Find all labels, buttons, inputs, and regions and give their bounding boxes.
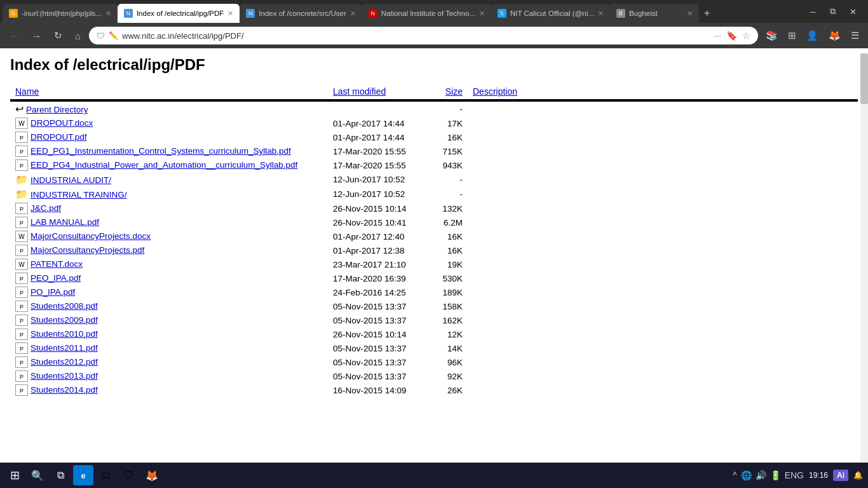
tab-5[interactable]: 𝕏 NIT Calicut Official (@ni... ✕ [491, 4, 610, 23]
file-link[interactable]: J&C.pdf [31, 203, 61, 213]
modified-sort-link[interactable]: Last modified [333, 86, 386, 97]
file-desc-cell [468, 144, 858, 158]
tab-2[interactable]: N Index of /electrical/ipg/PDF ✕ [118, 4, 240, 23]
table-row: WDROPOUT.docx 01-Apr-2017 14:44 17K [10, 116, 858, 130]
tab-6-close[interactable]: ✕ [687, 10, 693, 18]
pdf-icon: P [15, 342, 28, 354]
taskbar-search[interactable]: 🔍 [27, 465, 48, 485]
minimize-button[interactable]: ─ [804, 4, 822, 19]
menu-button[interactable]: ☰ [847, 27, 863, 44]
file-desc-cell [468, 130, 858, 144]
file-link[interactable]: Students2008.pdf [31, 301, 98, 311]
bookmark-icon[interactable]: 🔖 [726, 30, 737, 41]
back-button[interactable]: ← [5, 28, 24, 44]
firefox-icon[interactable]: 🦊 [825, 27, 844, 44]
taskbar-shield[interactable]: 🛡 [119, 465, 139, 485]
tab-6[interactable]: B Bugheist ✕ [610, 4, 699, 23]
tab-1[interactable]: G -inurl:(html|htm|php|pls... ✕ [3, 4, 118, 23]
file-link[interactable]: PEO_IPA.pdf [31, 273, 81, 283]
pdf-icon: P [15, 273, 28, 284]
reload-button[interactable]: ↻ [50, 27, 67, 44]
file-link[interactable]: MajorConsultancyProjects.docx [31, 231, 151, 241]
tab-3[interactable]: N Index of /concrete/src/User ✕ [240, 4, 362, 23]
address-bar[interactable]: 🛡 ✏️ www.nitc.ac.in/electrical/ipg/PDF/ … [89, 27, 758, 44]
tab-2-close[interactable]: ✕ [227, 10, 233, 18]
file-link[interactable]: Parent Directory [26, 105, 88, 114]
more-icon[interactable]: ··· [714, 30, 721, 41]
file-link[interactable]: EED_PG1_Instrumentation_Control_Systems_… [31, 146, 291, 156]
tab-6-favicon: B [616, 9, 625, 18]
tab-4-close[interactable]: ✕ [479, 10, 485, 18]
scrollbar-thumb[interactable] [860, 53, 868, 104]
tab-2-label: Index of /electrical/ipg/PDF [137, 10, 224, 17]
tab-4[interactable]: N National Institute of Techno... ✕ [362, 4, 491, 23]
size-sort-link[interactable]: Size [445, 86, 463, 97]
taskbar-task-view[interactable]: ⧉ [50, 465, 71, 485]
file-modified-cell: 12-Jun-2017 10:52 [328, 187, 430, 201]
window-controls: ─ ⧉ ✕ [804, 4, 865, 19]
file-link[interactable]: Students2014.pdf [31, 385, 98, 395]
taskbar-edge[interactable]: e [73, 465, 93, 485]
account-icon[interactable]: 👤 [803, 27, 822, 44]
doc-icon: W [15, 231, 28, 242]
file-link[interactable]: LAB MANUAL.pdf [31, 217, 99, 227]
tray-volume[interactable]: 🔊 [756, 470, 766, 480]
tab-3-close[interactable]: ✕ [350, 10, 356, 18]
tab-1-favicon: G [9, 9, 18, 18]
grid-icon[interactable]: ⊞ [784, 27, 800, 44]
col-desc-header: Description [468, 84, 858, 100]
table-row: 📁INDUSTRIAL TRAINING/ 12-Jun-2017 10:52 … [10, 187, 858, 201]
taskbar-firefox[interactable]: 🦊 [142, 465, 162, 485]
scrollbar[interactable] [860, 53, 868, 488]
restore-button[interactable]: ⧉ [824, 4, 842, 19]
start-button[interactable]: ⊞ [5, 466, 25, 485]
ai-label[interactable]: Ai [833, 470, 848, 481]
file-link[interactable]: DROPOUT.pdf [31, 132, 87, 142]
file-name-cell: PPEO_IPA.pdf [10, 271, 328, 285]
name-sort-link[interactable]: Name [15, 86, 39, 97]
desc-sort-link[interactable]: Description [473, 86, 517, 97]
taskbar-explorer[interactable]: 🗂 [96, 465, 116, 485]
pdf-icon: P [15, 159, 28, 171]
home-button[interactable]: ⌂ [71, 28, 85, 44]
file-link[interactable]: EED_PG4_Industrial_Power_and_Automation_… [31, 160, 297, 170]
file-link[interactable]: Students2012.pdf [31, 357, 98, 367]
new-tab-button[interactable]: + [699, 5, 715, 22]
file-link[interactable]: Students2009.pdf [31, 315, 98, 325]
forward-button[interactable]: → [27, 28, 46, 44]
file-link[interactable]: INDUSTRIAL AUDIT/ [31, 175, 111, 185]
taskbar-right: ^ 🌐 🔊 🔋 ENG 19:16 Ai 🔔 [733, 470, 863, 481]
address-text: www.nitc.ac.in/electrical/ipg/PDF/ [122, 31, 710, 41]
file-link[interactable]: MajorConsultancyProjects.pdf [31, 245, 144, 255]
tray-chevron[interactable]: ^ [733, 470, 737, 480]
clock-time: 19:16 [809, 471, 828, 480]
file-modified-cell: 01-Apr-2017 14:44 [328, 130, 430, 144]
file-link[interactable]: PO_IPA.pdf [31, 287, 75, 297]
file-desc-cell [468, 285, 858, 299]
table-row: PStudents2009.pdf 05-Nov-2015 13:37 162K [10, 313, 858, 327]
file-link[interactable]: Students2013.pdf [31, 371, 98, 381]
star-icon[interactable]: ☆ [742, 30, 750, 41]
file-link[interactable]: INDUSTRIAL TRAINING/ [31, 190, 127, 200]
doc-icon: W [15, 259, 28, 270]
tray-eng[interactable]: ENG [785, 470, 804, 480]
tray-battery[interactable]: 🔋 [770, 470, 781, 480]
file-link[interactable]: Students2011.pdf [31, 343, 98, 353]
table-row: PJ&C.pdf 26-Nov-2015 10:14 132K [10, 201, 858, 215]
file-link[interactable]: Students2010.pdf [31, 329, 98, 339]
file-link[interactable]: PATENT.docx [31, 259, 83, 269]
file-name-cell: PStudents2008.pdf [10, 299, 328, 313]
tab-5-close[interactable]: ✕ [598, 10, 604, 18]
library-icon[interactable]: 📚 [762, 27, 782, 44]
address-right-icons: ··· 🔖 ☆ [714, 30, 750, 41]
close-button[interactable]: ✕ [843, 4, 863, 19]
clock[interactable]: 19:16 [809, 471, 828, 480]
file-desc-cell [468, 341, 858, 355]
notifications-button[interactable]: 🔔 [853, 471, 863, 480]
tab-1-close[interactable]: ✕ [105, 10, 111, 18]
file-desc-cell [468, 243, 858, 257]
tab-1-label: -inurl:(html|htm|php|pls... [22, 10, 102, 17]
file-table: Name Last modified Size Description ↩Par… [10, 84, 858, 397]
file-link[interactable]: DROPOUT.docx [31, 118, 93, 128]
tray-network[interactable]: 🌐 [741, 470, 752, 480]
